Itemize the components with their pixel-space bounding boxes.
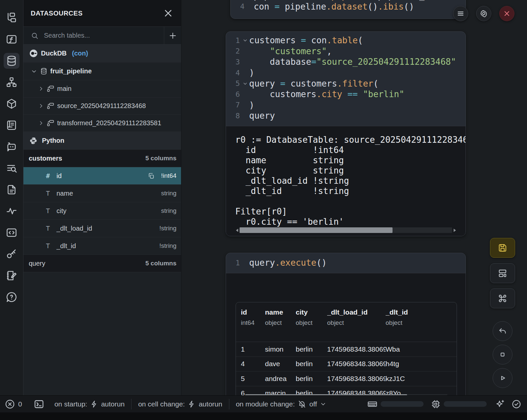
fold-chevron-icon[interactable]	[241, 38, 249, 43]
line-number: 3	[226, 58, 241, 66]
section-python[interactable]: Python	[23, 132, 181, 150]
activity-bar-item-file-explorer[interactable]	[4, 10, 19, 26]
table-cell: berlin	[296, 345, 327, 353]
activity-bar-item-dependencies[interactable]	[4, 74, 19, 90]
activity-bar-item-scratchpad[interactable]	[4, 268, 19, 284]
tree-schema-source_202504291112283468[interactable]: source_202504291112283468	[23, 97, 181, 115]
stop-button[interactable]	[493, 345, 512, 364]
activity-bar-item-tracing[interactable]	[4, 203, 19, 219]
table-row[interactable]: 4daveberlin1745968348.3806975h4tg	[236, 357, 457, 372]
activity-bar-item-snippets[interactable]	[4, 182, 19, 198]
column-type: string	[161, 207, 176, 214]
result-table: idint64nameobjectcityobject_dlt_load_ido…	[236, 302, 457, 401]
table-column-header-id[interactable]: idint64	[236, 308, 265, 342]
errors-indicator[interactable]: 0	[5, 399, 22, 409]
chevron-right-icon	[38, 86, 44, 92]
datasources-panel: DATASOURCES DuckDB (con)	[23, 0, 181, 395]
column-row-name[interactable]: Tnamestring	[23, 185, 181, 202]
ram-usage[interactable]	[367, 399, 424, 409]
table-cell: 5	[236, 375, 265, 383]
on-startup-value: autorun	[101, 400, 125, 408]
tree-schema-main[interactable]: main	[23, 80, 181, 97]
column-row-city[interactable]: Tcitystring	[23, 202, 181, 220]
activity-bar-item-logs[interactable]	[4, 160, 19, 176]
table-column-header-_dlt_load_id[interactable]: _dlt_load_idobject	[327, 308, 386, 342]
line-number: 6	[226, 90, 241, 98]
copy-icon[interactable]	[148, 172, 155, 179]
cpu-meter	[444, 401, 487, 407]
on-cell-change-setting[interactable]: on cell change: autorun	[138, 400, 222, 408]
code-line[interactable]: 3 database="source_202504291112283468"	[226, 57, 466, 67]
restart-button[interactable]	[493, 321, 512, 341]
activity-bar-item-secrets[interactable]	[4, 246, 19, 262]
command-palette-button[interactable]	[490, 288, 515, 308]
help-icon	[6, 291, 18, 303]
schema-icon	[47, 119, 55, 127]
on-startup-setting[interactable]: on startup: autorun	[55, 400, 125, 408]
column-row-_dlt_id[interactable]: T_dlt_id!string	[23, 237, 181, 255]
activity-bar-item-functions[interactable]	[4, 31, 19, 47]
search-input[interactable]	[43, 31, 161, 40]
ai-assistant-button[interactable]	[495, 399, 505, 409]
cell-menu-button[interactable]	[453, 6, 468, 21]
on-cell-change-label: on cell change:	[138, 400, 185, 408]
status-bar: 0 on startup: autorun on cell change: au…	[0, 395, 527, 412]
chevron-down-icon	[31, 68, 37, 75]
add-datasource-button[interactable]	[164, 27, 181, 44]
activity-bar-item-datasources[interactable]	[4, 53, 19, 69]
chevron-right-icon	[38, 120, 44, 126]
cell-setup[interactable]: 3pipeline = dlt.pipeline(pipeline_name="…	[230, 0, 466, 19]
python-table-query[interactable]: query5 columns	[23, 255, 181, 272]
tree-schema-transformed_202504291112283581[interactable]: transformed_202504291112283581	[23, 115, 181, 132]
table-row[interactable]: 5andreaberlin1745968348.3806975kzJ1C	[236, 371, 457, 386]
activity-bar-item-scripts[interactable]	[4, 117, 19, 133]
shutdown-button[interactable]	[499, 6, 514, 21]
error-circle-icon	[5, 399, 15, 409]
terminal-button[interactable]	[33, 399, 45, 410]
table-column-header-_dlt_id[interactable]: _dlt_idobject	[386, 308, 455, 342]
run-button[interactable]	[493, 368, 512, 388]
line-number: 7	[226, 101, 241, 109]
code-line[interactable]: 7)	[226, 100, 466, 111]
save-button[interactable]	[490, 238, 515, 258]
code-line[interactable]: 1customers = con.table(	[226, 35, 466, 46]
code-line[interactable]: 4)	[226, 67, 466, 78]
table-cell: Wba	[386, 345, 455, 353]
cpu-usage[interactable]	[431, 399, 487, 409]
settings-button[interactable]	[476, 6, 491, 21]
table-column-header-city[interactable]: cityobject	[296, 308, 327, 342]
on-module-change-value: off	[309, 400, 317, 408]
table-row[interactable]: 1simonberlin1745968348.3806975Wba	[236, 342, 457, 357]
fold-chevron-icon[interactable]	[241, 81, 249, 86]
column-row-id[interactable]: #id!int64	[23, 167, 181, 185]
code-line[interactable]: 4con = pipeline.dataset().ibis()	[231, 1, 466, 12]
python-table-customers[interactable]: customers5 columns	[23, 150, 181, 167]
activity-bar-item-ai-chat[interactable]	[4, 139, 19, 155]
activity-bar-item-code[interactable]	[4, 225, 19, 241]
functions-icon	[6, 33, 18, 45]
line-number: 2	[226, 47, 241, 55]
code-line[interactable]: 2 "customers",	[226, 46, 466, 57]
search-box[interactable]	[23, 27, 164, 44]
cell-execute[interactable]: 1query.execute() idint64nameobjectcityob…	[226, 253, 466, 405]
code-line[interactable]: 1query.execute()	[226, 257, 466, 268]
column-row-_dlt_load_id[interactable]: T_dlt_load_id!string	[23, 220, 181, 237]
tree-database-fruit_pipeline[interactable]: fruit_pipeline	[23, 62, 181, 80]
engine-row-duckdb[interactable]: DuckDB (con)	[23, 45, 181, 62]
activity-bar-item-help[interactable]	[4, 289, 19, 305]
on-module-change-setting[interactable]: on module change: off	[236, 400, 327, 408]
layout-toggle-button[interactable]	[490, 263, 515, 283]
schema-name: transformed_202504291112283581	[57, 119, 161, 127]
code-line[interactable]: 5query = customers.filter(	[226, 78, 466, 89]
column-name: name	[56, 190, 157, 197]
cell-query[interactable]: 1customers = con.table(2 "customers",3 d…	[226, 31, 466, 236]
code-line[interactable]: 8query	[226, 110, 466, 121]
code-line[interactable]: 6 customers.city == "berlin"	[226, 89, 466, 100]
close-panel-icon[interactable]	[163, 8, 174, 19]
table-cell: 1745968348.3806975	[327, 360, 386, 368]
connection-status-button[interactable]	[511, 399, 522, 409]
activity-bar-item-packages[interactable]	[4, 96, 19, 112]
output-horizontal-scrollbar[interactable]	[234, 227, 457, 233]
error-count: 0	[18, 400, 22, 408]
table-column-header-name[interactable]: nameobject	[265, 308, 296, 342]
